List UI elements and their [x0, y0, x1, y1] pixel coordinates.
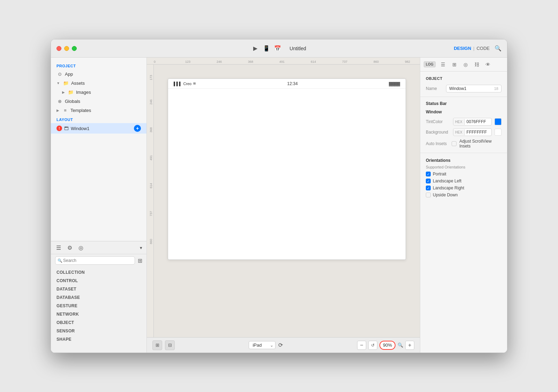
window1-error-badge: ! [56, 126, 62, 131]
orientation-portrait[interactable]: ✓ Portrait [420, 171, 507, 178]
zoom-level-button[interactable]: 90% [379, 341, 395, 350]
link-icon[interactable]: ⛓ [473, 61, 480, 68]
app-window: ▶ 📱 📅 Untitled DESIGN | CODE 🔍 PROJECT ⊙… [51, 39, 507, 353]
close-button[interactable] [56, 46, 61, 51]
bottom-bar-right: − ↺ 90% 🔍 + [357, 341, 414, 350]
category-control[interactable]: CONTROL [51, 277, 146, 285]
frame-icon-btn[interactable]: ⊟ [165, 340, 175, 350]
code-tab[interactable]: CODE [476, 46, 490, 51]
category-object[interactable]: OBJECT [51, 318, 146, 327]
background-row: Background HEX FFFFFFFF [420, 127, 507, 137]
name-row: Name Window1 18 [420, 83, 507, 94]
maximize-button[interactable] [72, 46, 77, 51]
search-icon-tb[interactable]: 🔍 [495, 45, 502, 51]
left-sidebar: PROJECT ⊙ App ▼ 📁 Assets ▶ 📁 Images ⊗ [51, 58, 147, 353]
layout-label: LAYOUT [51, 115, 146, 123]
log-icon[interactable]: LOG [424, 61, 436, 67]
sidebar-item-window1[interactable]: ! 🗔 Window1 + [51, 123, 146, 134]
category-dataset[interactable]: DATASET [51, 285, 146, 293]
list-icon[interactable]: ☰ [440, 61, 447, 68]
bottom-bar-left: ⊞ ⊟ [152, 340, 175, 350]
tint-color-value: 0076FFFF [465, 118, 491, 125]
sidebar-item-globals[interactable]: ⊗ Globals [51, 97, 146, 106]
category-gesture[interactable]: GESTURE [51, 302, 146, 310]
portrait-label: Portrait [433, 172, 446, 176]
landscape-left-label: Landscape Left [433, 179, 461, 183]
run-button[interactable]: ▶ [252, 45, 259, 52]
supported-orientations-label: Supported Orientations [420, 164, 507, 171]
orientation-landscape-right[interactable]: ✓ Landscape Right [420, 184, 507, 191]
category-sensor[interactable]: SENSOR [51, 327, 146, 335]
zoom-out-button[interactable]: − [357, 341, 366, 350]
templates-icon: ≡ [62, 107, 68, 113]
toolbar-actions: ▶ 📱 📅 [252, 45, 281, 52]
right-panel: LOG ☰ ⊞ ◎ ⛓ 👁 OBJECT Name Window1 18 [420, 58, 507, 353]
comp-filter-icon[interactable]: ⚙ [66, 244, 73, 251]
sidebar-item-app[interactable]: ⊙ App [51, 69, 146, 78]
category-database[interactable]: DATABASE [51, 293, 146, 302]
comp-list-icon[interactable]: ☰ [55, 244, 62, 251]
window1-add-button[interactable]: + [134, 125, 141, 132]
comp-3d-icon[interactable]: ◎ [77, 244, 84, 251]
rotate-icon[interactable]: ⟳ [278, 342, 283, 348]
calendar-button[interactable]: 📅 [274, 45, 281, 52]
tint-color-hex-input[interactable]: HEX 0076FFFF [453, 118, 492, 126]
device-button[interactable]: 📱 [263, 45, 270, 52]
signal-icon: ▌▌▌ [174, 82, 182, 86]
target-icon[interactable]: ◎ [462, 61, 469, 68]
orientation-landscape-left[interactable]: ✓ Landscape Left [420, 178, 507, 184]
images-arrow: ▶ [62, 90, 65, 94]
grid-view-icon[interactable]: ⊞ [138, 257, 142, 264]
resize-icon[interactable]: ⊞ [451, 61, 458, 68]
category-collection[interactable]: COLLECTION [51, 268, 146, 277]
background-label: Background [426, 130, 450, 135]
divider-1 [420, 97, 507, 97]
object-section-label: OBJECT [420, 76, 507, 83]
zoom-search-icon[interactable]: 🔍 [398, 342, 403, 348]
comp-search-bar: 🔍 ⊞ [51, 254, 146, 267]
upside-down-checkbox[interactable] [426, 193, 431, 197]
bottom-bar-center: iPad iPhone ⟳ [179, 341, 353, 349]
ruler-vertical: 173 246 368 491 614 737 860 [147, 65, 154, 337]
name-value-box[interactable]: Window1 18 [446, 85, 502, 92]
app-icon: ⊙ [56, 71, 63, 77]
layout-icon-btn[interactable]: ⊞ [152, 340, 162, 350]
upside-down-label: Upside Down [433, 193, 458, 197]
design-code-separator: | [473, 46, 474, 51]
category-shape[interactable]: SHAPE [51, 335, 146, 344]
landscape-left-checkbox[interactable]: ✓ [426, 179, 431, 183]
title-bar-center: ▶ 📱 📅 Untitled [252, 45, 306, 52]
sidebar-item-assets[interactable]: ▼ 📁 Assets [51, 78, 146, 88]
background-hex-input[interactable]: HEX FFFFFFFF [453, 128, 492, 136]
eye-icon[interactable]: 👁 [484, 61, 491, 68]
images-icon: 📁 [68, 89, 74, 95]
auto-insets-text: Adjust ScrollView Insets [459, 139, 502, 149]
search-button-tb[interactable]: 🔍 [495, 45, 502, 52]
window1-left: ! 🗔 Window1 [56, 126, 89, 131]
design-tab[interactable]: DESIGN [454, 46, 471, 51]
main-content: PROJECT ⊙ App ▼ 📁 Assets ▶ 📁 Images ⊗ [51, 58, 507, 353]
canvas-area: 0 123 246 368 491 614 737 860 982 173 24… [147, 58, 420, 353]
assets-arrow: ▼ [56, 81, 60, 85]
orientation-upside-down[interactable]: Upside Down [420, 191, 507, 198]
tint-color-swatch[interactable] [495, 118, 502, 125]
sidebar-item-images[interactable]: ▶ 📁 Images [51, 88, 146, 97]
device-select[interactable]: iPad iPhone [249, 341, 276, 349]
auto-insets-checkbox[interactable] [452, 141, 457, 146]
background-swatch[interactable] [495, 129, 502, 136]
search-input[interactable] [55, 256, 135, 265]
sidebar-item-templates-label: Templates [70, 108, 91, 113]
landscape-right-checkbox[interactable]: ✓ [426, 186, 431, 190]
comp-categories-list: COLLECTION CONTROL DATASET DATABASE GEST… [51, 267, 146, 353]
canvas-scroll[interactable]: ▌▌▌ Creo ≋ 12:34 ▓▓▓▓ [154, 65, 420, 337]
category-network[interactable]: NETWORK [51, 310, 146, 318]
zoom-refresh-button[interactable]: ↺ [368, 341, 377, 350]
portrait-checkbox[interactable]: ✓ [426, 172, 431, 176]
minimize-button[interactable] [64, 46, 69, 51]
orientations-label: Orientations [420, 156, 507, 164]
comp-dropdown[interactable]: ▾ [140, 245, 142, 250]
divider-2 [420, 153, 507, 153]
sidebar-item-templates[interactable]: ▶ ≡ Templates [51, 106, 146, 115]
zoom-in-button[interactable]: + [405, 341, 414, 350]
title-bar-right: DESIGN | CODE [454, 46, 490, 51]
